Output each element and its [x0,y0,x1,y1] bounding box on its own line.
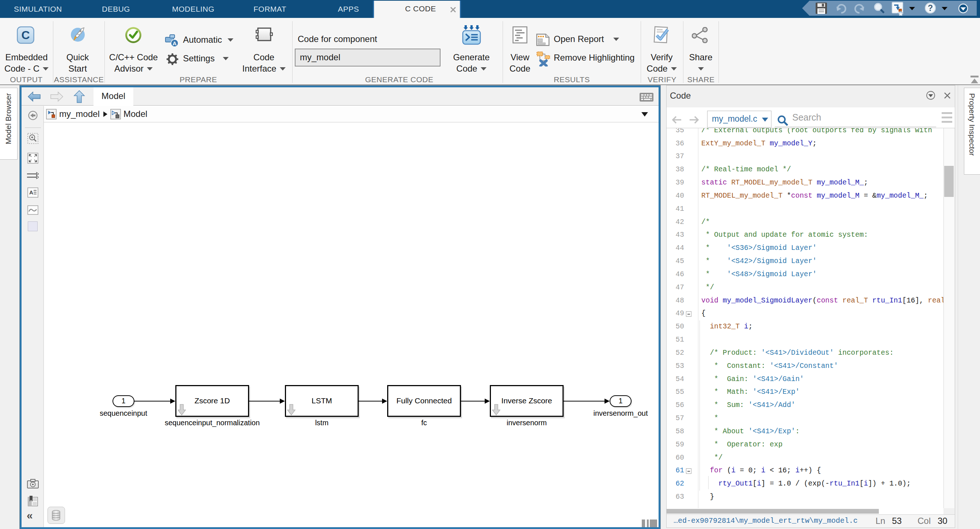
svg-text:A: A [173,40,177,46]
svg-text:?: ? [928,3,933,13]
svg-text:A: A [29,189,33,196]
svg-text:C: C [21,29,30,41]
